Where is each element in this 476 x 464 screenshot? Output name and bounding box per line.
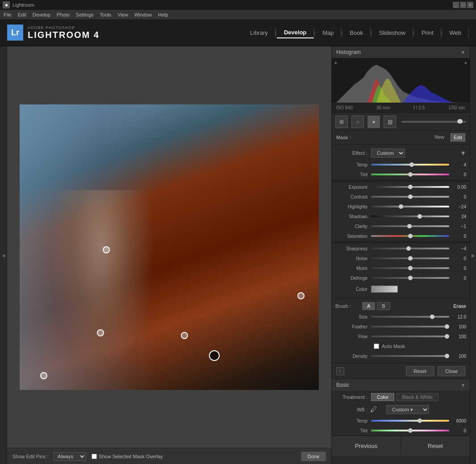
temp-slider[interactable] [371,164,449,166]
menu-settings[interactable]: Settings [76,12,94,17]
brush-feather-slider[interactable] [371,326,449,327]
color-swatch[interactable] [371,286,398,293]
sharpness-slider[interactable] [371,248,449,249]
eyedropper-icon[interactable]: 🖊 [370,406,377,414]
view-opacity-slider[interactable] [401,121,466,123]
mini-view-icon[interactable]: ▪ [336,367,344,375]
brush-feather-row: Feather 100 [332,322,470,331]
highlights-label: Highlights [335,204,371,209]
basic-temp-slider[interactable] [371,420,449,422]
menu-window[interactable]: Window [134,12,152,17]
highlights-slider[interactable] [371,206,449,207]
edit-pin-5[interactable] [297,292,305,299]
close-panel-button[interactable]: Close [438,366,465,376]
photo-image [20,104,319,390]
hist-aperture: f / 2.5 [413,105,425,110]
mask-overlay-text: Show Selected Mask Overlay [99,454,163,459]
tab-book[interactable]: Book [342,28,371,38]
basic-section: Basic ▼ Treatment : Color Black & White … [332,379,470,435]
defringe-row: Defringe 0 [332,273,470,283]
defringe-slider[interactable] [371,277,449,279]
brush-flow-slider[interactable] [371,336,449,337]
tab-library[interactable]: Library [243,28,276,38]
done-button[interactable]: Done [301,452,326,461]
tab-develop[interactable]: Develop [277,27,314,38]
temp-value: 4 [449,162,466,167]
brush-tab-a[interactable]: A [362,302,375,310]
menu-develop[interactable]: Develop [33,12,50,17]
restore-button[interactable]: □ [460,2,466,8]
menu-file[interactable]: File [4,12,12,17]
mask-overlay-checkbox[interactable] [92,454,97,459]
menu-view[interactable]: View [117,12,128,17]
brush-tab-b[interactable]: B [377,302,390,310]
hist-clip-right: ▲ [463,60,468,65]
moire-slider[interactable] [371,267,449,269]
auto-mask-label[interactable]: Auto Mask [382,344,405,349]
mask-edit-button[interactable]: Edit [451,133,465,141]
hist-info: ISO 640 35 mm f / 2.5 1/50 sec [332,103,470,112]
view-btn-circle[interactable]: ○ [351,116,364,128]
saturation-row: Saturation 0 [332,231,470,241]
noise-slider[interactable] [371,257,449,259]
color-row: Color [332,283,470,295]
left-arrow-icon: ◀ [2,253,5,258]
menu-help[interactable]: Help [158,12,168,17]
color-label: Color [335,286,371,292]
shadows-slider[interactable] [371,215,449,217]
left-panel-toggle[interactable]: ◀ [0,46,7,464]
right-panel-toggle[interactable]: ▶ [470,46,476,464]
basic-header[interactable]: Basic ▼ [332,379,470,391]
menu-tools[interactable]: Tools [100,12,112,17]
mask-overlay-label[interactable]: Show Selected Mask Overlay [92,454,163,459]
auto-mask-checkbox[interactable] [374,344,379,349]
saturation-slider[interactable] [371,235,449,237]
contrast-value: 0 [449,195,466,199]
histogram-expand-icon[interactable]: ▼ [461,50,465,55]
local-reset-button[interactable]: Reset [406,366,434,376]
tint-slider[interactable] [371,174,449,175]
clarity-slider[interactable] [371,225,449,227]
edit-pin-1[interactable] [97,329,104,336]
color-treatment-button[interactable]: Color [371,393,394,401]
basic-temp-value: 6000 [449,418,466,423]
tab-web[interactable]: Web [443,28,469,38]
photo-container[interactable] [7,46,331,448]
edit-pin-6[interactable] [40,372,47,379]
effect-select[interactable]: Custom None [371,149,405,157]
tab-print[interactable]: Print [414,28,441,38]
wb-select[interactable]: Custom ▾ As Shot Auto Daylight Cloudy Sh… [386,405,429,414]
brush-density-slider[interactable] [371,355,449,357]
contrast-slider[interactable] [371,196,449,198]
basic-tint-label: Tint [335,428,371,433]
edit-pin-active[interactable] [209,350,220,361]
minimize-button[interactable]: _ [453,2,459,8]
view-btn-grid[interactable]: ⊞ [335,116,348,128]
tab-map[interactable]: Map [315,28,341,38]
sharpness-label: Sharpness [335,246,371,251]
menu-edit[interactable]: Edit [18,12,26,17]
histogram-header: Histogram ▼ [332,46,470,58]
exposure-slider[interactable] [371,186,449,188]
menu-photo[interactable]: Photo [57,12,70,17]
edit-pin-4[interactable] [103,246,110,253]
tab-slideshow[interactable]: Slideshow [372,28,413,38]
histogram-chart [332,58,466,103]
bw-treatment-button[interactable]: Black & White [396,393,438,401]
edit-pin-2[interactable] [181,332,188,339]
brush-flow-value: 100 [449,334,466,339]
brush-size-slider[interactable] [371,316,449,318]
mask-new-button[interactable]: New [432,133,447,141]
view-btn-dot[interactable]: ● [367,116,380,128]
close-window-button[interactable]: ✕ [467,2,473,8]
view-btn-split[interactable]: ▧ [384,116,396,128]
bottom-bar: Show Edit Pins : Always Selected Never S… [7,448,331,464]
effect-expand-icon[interactable]: ▼ [460,149,466,157]
edit-pins-select[interactable]: Always Selected Never [54,452,86,461]
noise-row: Noise 0 [332,253,470,263]
brush-erase-button[interactable]: Erase [453,303,466,309]
defringe-label: Defringe [335,276,371,281]
basic-tint-slider[interactable] [371,430,449,431]
previous-button[interactable]: Previous [332,436,401,456]
bottom-reset-button[interactable]: Reset [401,436,470,456]
